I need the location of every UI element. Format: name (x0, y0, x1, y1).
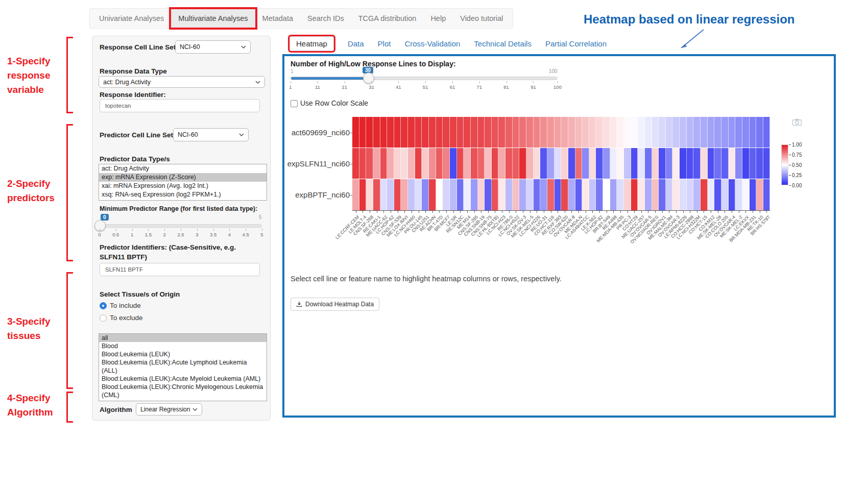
heatmap-cell[interactable] (540, 179, 547, 210)
nav-item-search-ids[interactable]: Search IDs (300, 9, 351, 28)
predictor-identifiers-input[interactable] (100, 263, 260, 276)
heatmap-cell[interactable] (505, 179, 513, 210)
heatmap-cell[interactable] (422, 148, 429, 179)
heatmap-cell[interactable] (505, 117, 513, 148)
heatmap-cell[interactable] (589, 179, 596, 210)
heatmap-cell[interactable] (373, 117, 380, 148)
heatmap-cell[interactable] (714, 117, 721, 148)
download-heatmap-button[interactable]: Download Heatmap Data (291, 298, 379, 311)
heatmap-cell[interactable] (498, 117, 505, 148)
heatmap-cell[interactable] (547, 117, 554, 148)
heatmap-cell[interactable] (756, 117, 763, 148)
camera-icon[interactable] (792, 118, 802, 126)
heatmap-cell[interactable] (659, 117, 666, 148)
heatmap-cell[interactable] (645, 179, 652, 210)
heatmap-cell[interactable] (373, 179, 380, 210)
heatmap-cell[interactable] (603, 148, 610, 179)
predictor-option-act-drug-activity[interactable]: act: Drug Activity (99, 164, 267, 173)
heatmap-cell[interactable] (485, 179, 492, 210)
heatmap-cell[interactable] (387, 148, 394, 179)
heatmap-cell[interactable] (721, 148, 729, 179)
heatmap-cell[interactable] (750, 179, 757, 210)
heatmap-cell[interactable] (519, 117, 526, 148)
nav-item-univariate-analyses[interactable]: Univariate Analyses (92, 9, 171, 28)
heatmap-cell[interactable] (680, 148, 687, 179)
heatmap-cell[interactable] (352, 179, 359, 210)
heatmap-cell[interactable] (687, 179, 694, 210)
tissue-option-blood[interactable]: Blood (99, 342, 267, 350)
heatmap-cell[interactable] (763, 148, 770, 179)
heatmap-cell[interactable] (366, 117, 373, 148)
heatmap-cell[interactable] (457, 148, 464, 179)
heatmap-cell[interactable] (457, 179, 464, 210)
heatmap-cell[interactable] (693, 148, 701, 179)
predictor-option-xsq-rna-seq-expression-log2-fpkm-1[interactable]: xsq: RNA-seq Expression (log2 FPKM+1.) (99, 190, 267, 199)
heatmap-cell[interactable] (714, 148, 721, 179)
predictor-cell-line-set-select[interactable]: NCI-60 (173, 128, 249, 141)
lines-slider-track[interactable] (291, 77, 558, 80)
heatmap-cell[interactable] (693, 179, 701, 210)
heatmap-cell[interactable] (387, 117, 394, 148)
tissue-listbox[interactable]: allBloodBlood:Leukemia (LEUK)Blood:Leuke… (99, 333, 267, 401)
heatmap-cell[interactable] (631, 179, 638, 210)
heatmap-cell[interactable] (610, 117, 617, 148)
heatmap-cell[interactable] (742, 148, 750, 179)
row-color-scale-checkbox[interactable] (291, 100, 298, 107)
heatmap-cell[interactable] (742, 179, 750, 210)
tab-partial-correlation[interactable]: Partial Correlation (545, 39, 607, 48)
heatmap-cell[interactable] (394, 179, 401, 210)
heatmap-cell[interactable] (721, 117, 729, 148)
heatmap-cell[interactable] (478, 148, 485, 179)
heatmap-row-label-expslfn11-nci60[interactable]: expSLFN11_nci60 (284, 159, 350, 168)
heatmap-cell[interactable] (471, 148, 478, 179)
heatmap-cell[interactable] (666, 179, 673, 210)
heatmap-cell[interactable] (457, 117, 464, 148)
heatmap-cell[interactable] (729, 148, 736, 179)
heatmap-cell[interactable] (672, 117, 680, 148)
heatmap-cell[interactable] (429, 148, 436, 179)
heatmap-cell[interactable] (659, 148, 666, 179)
heatmap-cell[interactable] (561, 148, 568, 179)
nav-item-tcga-distribution[interactable]: TCGA distribution (351, 9, 424, 28)
heatmap-cell[interactable] (422, 179, 429, 210)
heatmap-cell[interactable] (714, 179, 721, 210)
heatmap-cell[interactable] (554, 148, 562, 179)
heatmap-cell[interactable] (415, 179, 422, 210)
heatmap-cell[interactable] (519, 179, 526, 210)
tab-heatmap[interactable]: Heatmap (290, 36, 334, 51)
heatmap-cell[interactable] (638, 179, 645, 210)
predictor-option-xai-mrna-expression-avg-log2-int[interactable]: xai: mRNA Expression (Avg. log2 Int.) (99, 182, 267, 190)
heatmap-cell[interactable] (721, 179, 729, 210)
heatmap-cell[interactable] (624, 179, 631, 210)
heatmap-cell[interactable] (596, 148, 603, 179)
heatmap-cell[interactable] (443, 117, 450, 148)
response-data-type-select[interactable]: act: Drug Activity (99, 76, 265, 88)
tissue-option-blood-leukemia-leuk-chronic-myelogenous-leukemia-cml[interactable]: Blood:Leukemia (LEUK):Chronic Myelogenou… (99, 383, 267, 399)
heatmap-cell[interactable] (708, 148, 715, 179)
heatmap-cell[interactable] (485, 148, 492, 179)
heatmap-cell[interactable] (729, 179, 736, 210)
heatmap-cell[interactable] (547, 148, 554, 179)
heatmap-cell[interactable] (505, 148, 513, 179)
heatmap-cell[interactable] (401, 117, 408, 148)
heatmap-cell[interactable] (582, 117, 589, 148)
heatmap-cell[interactable] (742, 117, 750, 148)
heatmap-cell[interactable] (582, 179, 589, 210)
heatmap-cell[interactable] (513, 117, 520, 148)
heatmap-cell[interactable] (735, 179, 742, 210)
heatmap-cell[interactable] (540, 148, 547, 179)
predictor-option-exp-mrna-expression-z-score[interactable]: exp: mRNA Expression (Z-Score) (99, 173, 267, 182)
heatmap-row-label-expbptf-nci60[interactable]: expBPTF_nci60 (284, 190, 350, 199)
heatmap-cell[interactable] (561, 117, 568, 148)
heatmap-cell[interactable] (513, 179, 520, 210)
heatmap-cell[interactable] (380, 148, 388, 179)
heatmap-cell[interactable] (617, 179, 624, 210)
heatmap-cell[interactable] (436, 179, 443, 210)
tissue-option-blood-leukemia-leuk-acute-lymphoid-leukemia-all[interactable]: Blood:Leukemia (LEUK):Acute Lymphoid Leu… (99, 358, 267, 375)
heatmap-cell[interactable] (471, 179, 478, 210)
heatmap-cell[interactable] (617, 117, 624, 148)
heatmap-cell[interactable] (631, 117, 638, 148)
heatmap-cell[interactable] (471, 117, 478, 148)
heatmap-cell[interactable] (464, 179, 471, 210)
heatmap-cell[interactable] (492, 148, 499, 179)
